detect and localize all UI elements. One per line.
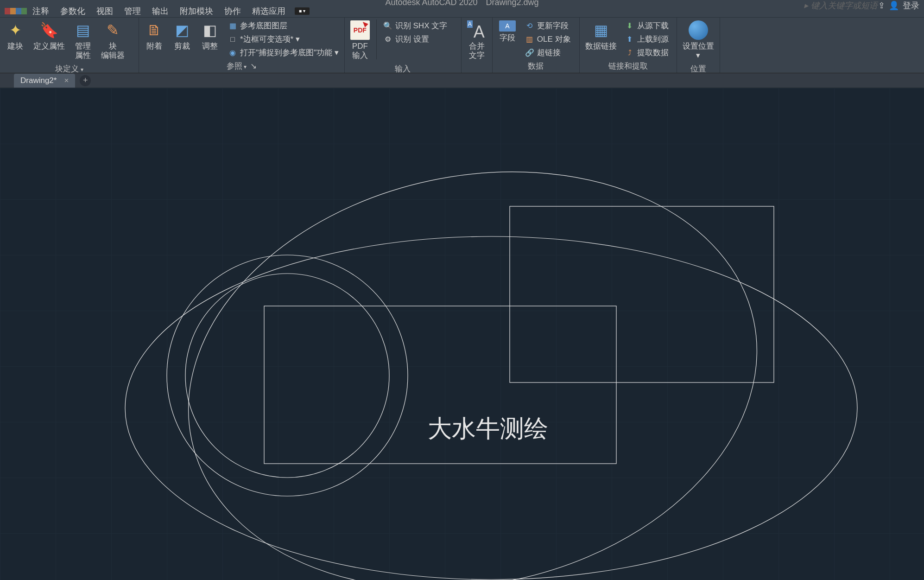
app-name: Autodesk AutoCAD 2020	[385, 0, 477, 7]
document-tabs: Drawing2* × +	[0, 73, 924, 88]
close-icon[interactable]: ×	[64, 76, 69, 85]
btn-define-attr[interactable]: 🔖 定义属性	[32, 19, 67, 52]
tab-view[interactable]: 视图	[91, 4, 119, 19]
btn-recognize-shx[interactable]: 🔍 识别 SHX 文字	[381, 19, 449, 32]
download-icon: ⬇	[625, 21, 634, 31]
extract-icon: ⤴	[625, 48, 634, 57]
link-icon: 🔗	[525, 48, 534, 57]
attach-icon: 🗎	[145, 20, 164, 40]
create-block-icon: ✦	[6, 20, 25, 40]
list-icon: ▤	[73, 20, 93, 40]
btn-extract-data[interactable]: ⤴ 提取数据	[623, 46, 671, 59]
panel-label-data: 数据	[496, 59, 576, 73]
frame-icon: □	[228, 35, 237, 44]
title-bar: Autodesk AutoCAD 2020 Drawing2.dwg ▸ 键入关…	[0, 0, 924, 5]
panel-import: PDF PDF 输入 🔍 识别 SHX 文字 ⚙ 识别 设置 输入	[345, 18, 462, 73]
panel-label-import: 输入	[348, 62, 457, 76]
panel-label-ref[interactable]: 参照↘	[143, 59, 341, 73]
tab-label: Drawing2*	[20, 76, 57, 85]
snap-icon: ◉	[228, 48, 237, 57]
swatch-red	[5, 8, 10, 14]
panel-label-link: 链接和提取	[583, 59, 673, 73]
gear-icon: ⚙	[383, 35, 392, 44]
panel-location: 设置位置▾ 位置	[677, 18, 720, 73]
btn-manage-attr[interactable]: ▤ 管理 属性	[71, 19, 95, 62]
color-swatches	[5, 8, 27, 14]
btn-block-editor[interactable]: ✎ 块 编辑器	[99, 19, 127, 62]
tag-icon: 🔖	[39, 20, 59, 40]
shx-icon: 🔍	[383, 21, 392, 31]
btn-upload-to-source[interactable]: ⬆ 上载到源	[623, 33, 671, 45]
new-tab-button[interactable]: +	[80, 75, 91, 86]
drawing-shapes	[0, 88, 924, 580]
btn-ole-object[interactable]: ▥ OLE 对象	[523, 33, 573, 45]
svg-point-3	[185, 274, 389, 478]
btn-attach[interactable]: 🗎 附着	[143, 19, 166, 52]
btn-clip[interactable]: ◩ 剪裁	[171, 19, 194, 52]
refresh-icon: ⟲	[525, 21, 534, 31]
clip-icon: ◩	[172, 20, 192, 40]
search-arrow-icon: ▸	[804, 0, 808, 11]
panel-data: A 字段 ⟲ 更新字段 ▥ OLE 对象 🔗 超链接 数据	[493, 18, 580, 73]
tab-manage[interactable]: 管理	[119, 4, 146, 19]
upload-icon: ⬆	[625, 35, 634, 44]
btn-recognize-settings[interactable]: ⚙ 识别 设置	[381, 33, 449, 45]
ole-icon: ▥	[525, 35, 534, 44]
btn-download-from-source[interactable]: ⬇ 从源下载	[623, 19, 671, 32]
svg-point-2	[167, 255, 408, 496]
swatch-blue	[16, 8, 21, 14]
layers-icon: ▦	[228, 21, 237, 31]
tab-drawing2[interactable]: Drawing2* ×	[14, 74, 75, 88]
adjust-icon: ◧	[200, 20, 220, 40]
merge-text-icon: A A	[467, 20, 487, 40]
btn-pdf-import[interactable]: PDF PDF 输入	[348, 19, 372, 62]
camera-icon[interactable]: ■ ▾	[295, 7, 310, 15]
btn-underlay-layers[interactable]: ▦ 参考底图图层	[226, 19, 341, 32]
btn-create-block[interactable]: ✦ 建块	[4, 19, 27, 52]
datalink-icon: ▦	[591, 20, 611, 40]
search-placeholder: 键入关键字或短语	[811, 0, 878, 11]
tab-annotate[interactable]: 注释	[27, 4, 55, 19]
btn-data-link[interactable]: ▦ 数据链接	[583, 19, 619, 52]
swatch-green	[21, 8, 27, 14]
tab-output[interactable]: 输出	[146, 4, 174, 19]
user-icon[interactable]: 👤	[889, 0, 899, 11]
btn-field[interactable]: A 字段	[496, 19, 519, 44]
panel-merge-text: A A 合并 文字	[462, 18, 493, 73]
tab-featured[interactable]: 精选应用	[247, 4, 291, 19]
btn-hyperlink[interactable]: 🔗 超链接	[523, 46, 573, 59]
ribbon: ✦ 建块 🔖 定义属性 ▤ 管理 属性 ✎ 块 编辑器 块定义 🗎 附着	[0, 18, 924, 73]
svg-point-0	[149, 121, 796, 580]
svg-rect-5	[510, 206, 774, 382]
canvas-text-label: 大水牛测绘	[428, 413, 548, 445]
login-link[interactable]: 登录	[903, 0, 919, 11]
drawing-canvas[interactable]: 大水牛测绘	[0, 88, 924, 580]
share-icon[interactable]: ⇪	[878, 0, 885, 11]
field-icon: A	[499, 20, 516, 32]
tab-parametric[interactable]: 参数化	[55, 4, 91, 19]
panel-label-location: 位置	[681, 62, 716, 76]
pdf-icon: PDF	[350, 20, 370, 40]
pencil-icon: ✎	[103, 20, 123, 40]
btn-update-fields[interactable]: ⟲ 更新字段	[523, 19, 573, 32]
globe-icon	[689, 20, 708, 40]
btn-frame-options[interactable]: □ *边框可变选项* ▾	[226, 33, 341, 45]
search-box[interactable]: ▸ 键入关键字或短语	[804, 0, 878, 11]
panel-link-extract: ▦ 数据链接 ⬇ 从源下载 ⬆ 上载到源 ⤴ 提取数据 链接和提取	[580, 18, 677, 73]
btn-set-location[interactable]: 设置位置▾	[681, 19, 716, 62]
tab-addins[interactable]: 附加模块	[174, 4, 219, 19]
tab-collaborate[interactable]: 协作	[219, 4, 247, 19]
panel-reference: 🗎 附着 ◩ 剪裁 ◧ 调整 ▦ 参考底图图层 □ *边框可变选项* ▾	[139, 18, 345, 73]
file-name: Drawing2.dwg	[486, 0, 539, 7]
swatch-orange	[10, 8, 16, 14]
btn-adjust[interactable]: ◧ 调整	[198, 19, 222, 52]
btn-snap-underlay[interactable]: ◉ 打开"捕捉到参考底图"功能 ▾	[226, 46, 341, 59]
panel-block-definition: ✦ 建块 🔖 定义属性 ▤ 管理 属性 ✎ 块 编辑器 块定义	[0, 18, 139, 73]
btn-merge-text[interactable]: A A 合并 文字	[465, 19, 488, 62]
